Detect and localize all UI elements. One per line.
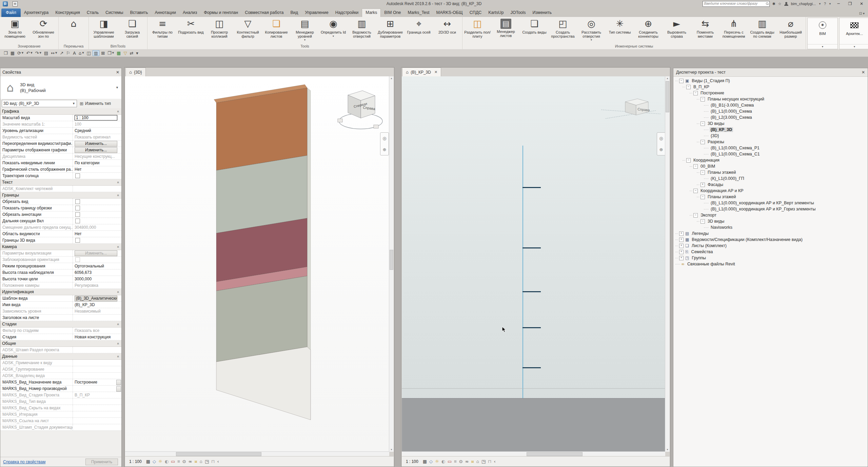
tree-item[interactable]: Navisworks xyxy=(673,224,868,230)
property-value[interactable] xyxy=(73,424,121,430)
collapse-box-icon[interactable]: − xyxy=(686,85,691,89)
reveal-hidden-elements-icon[interactable]: ¤ xyxy=(194,459,197,464)
property-section-Идентификация[interactable]: Идентификация« xyxy=(0,289,121,295)
split-floor-button[interactable]: ◫Разделить пол/плиту xyxy=(463,17,492,43)
tree-item[interactable]: −Экспорт xyxy=(673,212,868,218)
property-value[interactable] xyxy=(73,366,121,372)
displaced-elements-icon[interactable]: ◳ xyxy=(481,459,486,464)
show-crop-region-icon[interactable]: ⌗ xyxy=(177,459,180,464)
ribbon-tab-файл[interactable]: Файл xyxy=(1,8,21,17)
collapse-chevron-icon[interactable]: « xyxy=(117,194,120,196)
scale-control[interactable]: 1 : 100 xyxy=(406,459,418,464)
text-button[interactable]: A xyxy=(72,51,77,56)
panel-caret-icon[interactable]: ▼ xyxy=(808,44,837,49)
system-type-button[interactable]: ✳Тип системы xyxy=(606,17,634,43)
lintel-button[interactable]: ⌂ xyxy=(59,17,88,43)
save-button[interactable]: ▦ xyxy=(9,51,16,56)
collapse-chevron-icon[interactable]: « xyxy=(117,355,120,357)
left-viewport-hscrollbar[interactable] xyxy=(125,451,389,456)
property-section-Графика[interactable]: Графика« xyxy=(0,108,121,115)
tree-item[interactable]: +⎘Семейства xyxy=(673,249,868,255)
detail-level-icon[interactable]: ▩ xyxy=(423,459,427,464)
revit-logo-icon[interactable]: R xyxy=(3,1,8,6)
ribbon-tab-сталь[interactable]: Сталь xyxy=(83,8,102,17)
collapse-box-icon[interactable]: − xyxy=(701,195,705,199)
collapse-box-icon[interactable]: − xyxy=(701,219,705,224)
tree-item[interactable]: −Планы несущих конструкций xyxy=(673,96,868,102)
property-value[interactable]: Показать оригинал xyxy=(73,134,121,140)
property-value[interactable] xyxy=(73,373,121,379)
scroll-up-icon[interactable]: ▲ xyxy=(389,76,394,80)
maximize-button[interactable]: ❐ xyxy=(846,1,854,7)
grids-2d-3d-button[interactable]: ↔2D/3D оси xyxy=(433,17,461,43)
property-value[interactable]: (B)_КР_3D xyxy=(73,302,121,308)
apply-button[interactable]: Применить xyxy=(85,459,118,465)
browse-mini-button[interactable] xyxy=(116,386,121,392)
collapse-box-icon[interactable]: − xyxy=(693,164,698,169)
temporary-hide-isolate-icon[interactable]: ∞ xyxy=(189,459,192,464)
place-openings-button[interactable]: ◎Расставить отверстия▼ xyxy=(577,17,606,43)
sun-path-icon[interactable]: ☼ xyxy=(435,459,439,464)
sheet-manager-button[interactable]: ▤Менеджер листов xyxy=(492,17,520,43)
property-section-Границы[interactable]: Границы« xyxy=(0,192,121,199)
dropdown-caret-icon[interactable]: ▼ xyxy=(39,52,41,54)
ribbon-tab-спдс[interactable]: СПДС xyxy=(466,8,485,17)
tree-item[interactable]: −Планы этажей xyxy=(673,169,868,175)
property-section-Общие[interactable]: Общие« xyxy=(0,340,121,347)
property-value[interactable]: Нет xyxy=(73,231,121,237)
steering-wheel-icon[interactable]: ◎ xyxy=(382,136,386,141)
close-hidden-windows-button[interactable]: ⊠ xyxy=(100,51,106,56)
search-input[interactable]: Введите ключевое слово/фразу xyxy=(703,1,770,7)
lock-3d-view-icon[interactable]: ⊙ xyxy=(182,459,186,464)
property-value[interactable]: По категории xyxy=(73,160,121,166)
tree-item[interactable]: (К)_L1(0.000)_ГП xyxy=(673,175,868,182)
property-section-Текст[interactable]: Текст« xyxy=(0,179,121,186)
property-value[interactable] xyxy=(73,186,121,192)
property-value[interactable]: 1 : 100 xyxy=(73,115,121,121)
property-value[interactable]: Изменить... xyxy=(73,250,121,256)
default-3d-view-button[interactable]: ⌂▼ xyxy=(78,51,85,56)
tree-item[interactable]: +▤Легенды xyxy=(673,230,868,237)
zoom-icon[interactable]: ⊕ xyxy=(383,147,387,152)
navigation-bar[interactable]: ◎ ⊕ xyxy=(657,132,665,155)
property-value[interactable]: (B)_3D_Аналитически xyxy=(73,295,121,301)
dropdown-caret-icon[interactable]: ▼ xyxy=(304,39,306,41)
tree-item[interactable]: (B)_B1(-3.000)_Схема xyxy=(673,102,868,108)
expand-box-icon[interactable]: + xyxy=(679,231,684,236)
wall-panel-model[interactable] xyxy=(211,82,319,428)
collapse-box-icon[interactable]: − xyxy=(701,170,705,175)
visual-style-icon[interactable]: ◇ xyxy=(153,459,156,464)
property-value[interactable] xyxy=(73,237,121,243)
properties-help-link[interactable]: Справка по свойствам xyxy=(3,460,45,464)
print-button[interactable]: ▤ xyxy=(43,51,49,56)
search-icon[interactable] xyxy=(766,2,768,5)
property-value[interactable]: Регулировка xyxy=(73,282,121,288)
property-value[interactable]: Изменить... xyxy=(73,141,121,147)
canvas-3d-view[interactable]: Спереди Справа ◎ ⊕ xyxy=(125,76,389,452)
lock-3d-view-icon[interactable]: ⊙ xyxy=(459,459,463,464)
zoom-icon[interactable]: ⊕ xyxy=(659,147,663,152)
viewcube-right[interactable]: Справа xyxy=(620,96,653,117)
context-filter-button[interactable]: ▽Контекстный фильтр xyxy=(234,17,262,43)
clash-review-button[interactable]: ◫Просмотр коллизий xyxy=(205,17,234,43)
viewcube-left[interactable]: Спереди Справа xyxy=(334,88,388,132)
property-value[interactable]: 3000,000 xyxy=(73,276,121,282)
tree-item[interactable]: (B)_L1(0.000)_координация АР и КР_Гориз … xyxy=(673,206,868,212)
visibility-graphics-button[interactable]: ▥ xyxy=(93,50,99,56)
property-value[interactable]: Новая конструкция xyxy=(73,334,121,340)
tree-item[interactable]: +▦Ведомости/Спецификации (Комплект/Назна… xyxy=(673,237,868,243)
property-section-Стадии[interactable]: Стадии« xyxy=(0,321,121,328)
tree-item[interactable]: −Планы этажей xyxy=(673,194,868,200)
collapse-bar-icon[interactable]: ‹ xyxy=(494,459,495,464)
ribbon-tab-системы[interactable]: Системы xyxy=(102,8,126,17)
checkbox[interactable] xyxy=(75,219,80,223)
navigation-bar[interactable]: ◎ ⊕ xyxy=(380,132,389,155)
property-value[interactable]: Изменить... xyxy=(73,147,121,153)
view-tab-3d[interactable]: ⌂ {3D} xyxy=(125,68,146,76)
property-value[interactable]: Ортогональный xyxy=(73,263,121,269)
app-menu-icon[interactable]: ▤ xyxy=(13,1,18,6)
tree-item[interactable]: −Разрезы xyxy=(673,139,868,145)
customize-qat-button[interactable]: ▾ xyxy=(135,51,139,56)
property-section-Данные[interactable]: Данные« xyxy=(0,353,121,360)
ribbon-tab-совместная-работа[interactable]: Совместная работа xyxy=(241,8,287,17)
